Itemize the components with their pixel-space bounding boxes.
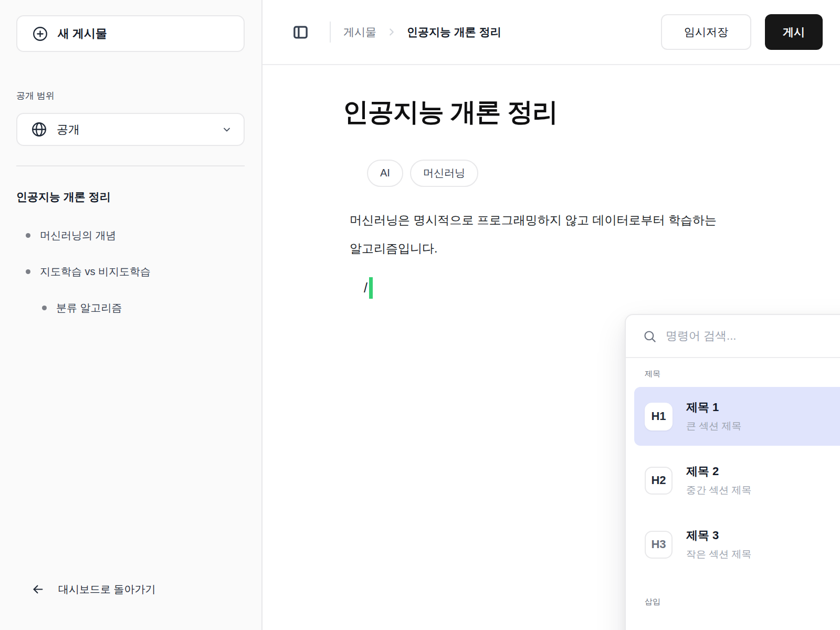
menu-item-title: 제목 3 xyxy=(686,528,752,543)
outline-title: 인공지능 개론 정리 xyxy=(16,190,245,204)
menu-item-heading1[interactable]: H1 제목 1 큰 섹션 제목 xyxy=(634,387,840,446)
breadcrumb-current: 인공지능 개론 정리 xyxy=(407,25,501,39)
publish-button[interactable]: 게시 xyxy=(765,14,823,50)
post-title[interactable]: 인공지능 개론 정리 xyxy=(343,96,840,129)
new-post-button[interactable]: 새 게시물 xyxy=(16,15,245,52)
outline-item[interactable]: 지도학습 vs 비지도학습 xyxy=(16,265,245,279)
sidebar: 새 게시물 공개 범위 공개 인공지능 개론 정리 머신러닝의 개념 지도학습 … xyxy=(0,0,262,630)
menu-item-heading2[interactable]: H2 제목 2 중간 섹션 제목 xyxy=(634,451,840,510)
back-to-dashboard-link[interactable]: 대시보드로 돌아가기 xyxy=(16,582,245,596)
h1-badge-icon: H1 xyxy=(645,403,673,430)
editor-content: 인공지능 개론 정리 AI 머신러닝 머신러닝은 명시적으로 프로그래밍하지 않… xyxy=(262,65,840,300)
menu-item-title: 제목 2 xyxy=(686,464,752,479)
new-post-label: 새 게시물 xyxy=(58,26,107,41)
command-search-input[interactable] xyxy=(666,329,840,343)
outline-item-label: 머신러닝의 개념 xyxy=(40,228,117,243)
tags-row: AI 머신러닝 xyxy=(367,160,840,187)
main-area: 게시물 인공지능 개론 정리 임시저장 게시 인공지능 개론 정리 AI 머신러… xyxy=(262,0,840,630)
plus-circle-icon xyxy=(32,26,48,42)
menu-item-subtitle: 작은 섹션 제목 xyxy=(686,548,752,561)
h3-badge-icon: H3 xyxy=(645,531,673,559)
topbar-divider xyxy=(330,22,331,43)
menu-item-subtitle: 중간 섹션 제목 xyxy=(686,484,752,497)
menu-item-heading3[interactable]: H3 제목 3 작은 섹션 제목 xyxy=(634,515,840,574)
slash-character: / xyxy=(364,280,368,296)
sidebar-toggle-button[interactable] xyxy=(292,23,310,41)
menu-section-insert: 삽입 xyxy=(626,579,840,615)
body-paragraph[interactable]: 머신러닝은 명시적으로 프로그래밍하지 않고 데이터로부터 학습하는 알고리즘입… xyxy=(350,206,840,262)
menu-section-headings: 제목 xyxy=(626,358,840,387)
bullet-icon xyxy=(42,306,47,310)
chevron-right-icon xyxy=(386,26,397,38)
topbar: 게시물 인공지능 개론 정리 임시저장 게시 xyxy=(262,0,840,65)
slash-command-menu: 제목 H1 제목 1 큰 섹션 제목 H2 제목 2 중간 섹션 제목 H3 제… xyxy=(625,314,840,630)
outline-list: 머신러닝의 개념 지도학습 vs 비지도학습 분류 알고리즘 xyxy=(16,228,245,337)
menu-item-subtitle: 큰 섹션 제목 xyxy=(686,419,742,433)
outline-item-label: 지도학습 vs 비지도학습 xyxy=(40,265,151,279)
bullet-icon xyxy=(26,233,30,238)
outline-item[interactable]: 분류 알고리즘 xyxy=(16,301,245,315)
visibility-label: 공개 범위 xyxy=(16,90,245,102)
visibility-select[interactable]: 공개 xyxy=(16,113,245,146)
back-link-label: 대시보드로 돌아가기 xyxy=(58,582,156,596)
save-draft-button[interactable]: 임시저장 xyxy=(661,14,751,50)
h2-badge-icon: H2 xyxy=(645,467,673,495)
menu-item-title: 제목 1 xyxy=(686,400,742,415)
sidebar-divider xyxy=(16,165,245,166)
outline-item[interactable]: 머신러닝의 개념 xyxy=(16,228,245,243)
text-caret xyxy=(369,277,373,299)
paragraph-line: 알고리즘입니다. xyxy=(350,234,840,262)
slash-command-row[interactable]: / xyxy=(364,276,840,300)
chevron-down-icon xyxy=(222,124,232,135)
outline-item-label: 분류 알고리즘 xyxy=(56,301,122,315)
search-icon xyxy=(643,329,657,343)
tag-badge[interactable]: AI xyxy=(367,160,403,187)
visibility-value: 공개 xyxy=(57,122,80,138)
command-search-row xyxy=(626,315,840,358)
breadcrumb-section[interactable]: 게시물 xyxy=(343,25,376,39)
globe-icon xyxy=(31,121,47,138)
tag-badge[interactable]: 머신러닝 xyxy=(410,160,478,187)
bullet-icon xyxy=(26,269,30,274)
arrow-left-icon xyxy=(31,582,45,596)
paragraph-line: 머신러닝은 명시적으로 프로그래밍하지 않고 데이터로부터 학습하는 xyxy=(350,206,840,234)
